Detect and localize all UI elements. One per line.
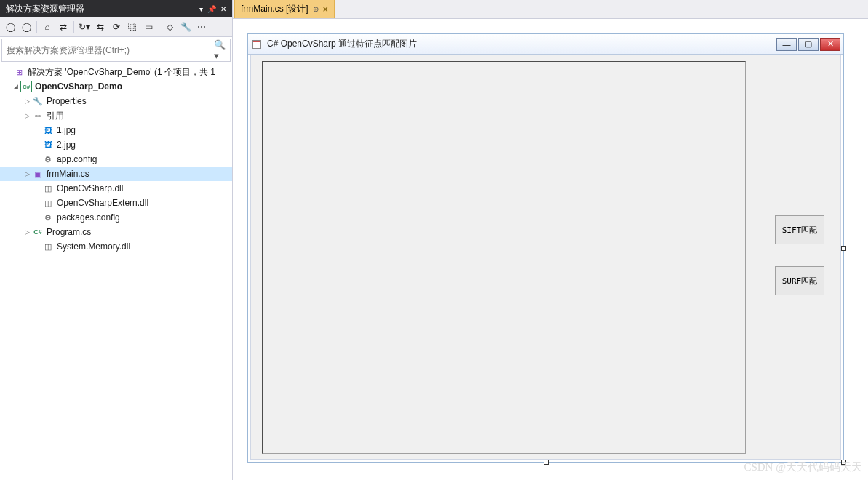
resize-handle-bottom[interactable] [544, 460, 549, 465]
search-input[interactable] [2, 39, 214, 61]
solution-tree[interactable]: ▷ ⊞ 解决方案 'OpenCvSharp_Demo' (1 个项目，共 1 ◢… [0, 63, 232, 480]
references-icon: ▫▫ [32, 110, 44, 121]
refresh-button[interactable]: ↻▾ [77, 20, 92, 34]
tree-file-node[interactable]: ▷ ⚙ packages.config [0, 210, 232, 225]
form-titlebar: C# OpenCvSharp 通过特征点匹配图片 — ▢ ✕ [248, 34, 843, 55]
copy-button[interactable]: ⿻ [125, 20, 140, 34]
tab-label: frmMain.cs [设计] [241, 3, 308, 15]
expand-arrow-icon[interactable]: ▷ [22, 170, 32, 177]
image-icon: 🖼 [42, 139, 54, 151]
solution-toolbar: ◯ ◯ ⌂ ⇄ ↻▾ ⇆ ⟳ ⿻ ▭ ◇ 🔧 ⋯ [0, 17, 232, 37]
tree-project-node[interactable]: ◢ C# OpenCvSharp_Demo [0, 79, 232, 94]
collapse-button[interactable]: ⇆ [93, 20, 108, 34]
tree-label: frmMain.cs [47, 169, 89, 179]
tree-label: 1.jpg [57, 125, 76, 135]
home-button[interactable]: ⌂ [40, 20, 55, 34]
solution-icon: ⊞ [13, 66, 25, 78]
editor-area: frmMain.cs [设计] ⊕ × C# OpenCvSharp 通过特征点… [233, 0, 868, 480]
csharp-file-icon: C# [32, 226, 44, 238]
expand-arrow-icon[interactable]: ◢ [10, 83, 20, 90]
tree-label: 2.jpg [57, 140, 76, 150]
maximize-button[interactable]: ▢ [798, 38, 819, 51]
properties-button[interactable]: ▭ [141, 20, 156, 34]
tree-properties-node[interactable]: ▷ 🔧 Properties [0, 94, 232, 108]
dll-icon: ◫ [42, 197, 54, 209]
tree-file-node[interactable]: ▷ ⚙ app.config [0, 152, 232, 167]
form-client-area: SIFT匹配 SURF匹配 [250, 55, 841, 460]
sync-button[interactable]: ⇄ [56, 20, 71, 34]
sift-match-button[interactable]: SIFT匹配 [775, 215, 824, 244]
form-title-text: C# OpenCvSharp 通过特征点匹配图片 [267, 38, 776, 50]
tree-frmmain-node[interactable]: ▷ ▣ frmMain.cs [0, 167, 232, 181]
resize-handle-corner[interactable] [841, 460, 846, 465]
tree-label: app.config [57, 154, 97, 164]
resize-handle-right[interactable] [841, 246, 846, 251]
document-tab[interactable]: frmMain.cs [设计] ⊕ × [234, 0, 335, 18]
tree-label: OpenCvSharp_Demo [35, 81, 122, 92]
tree-file-node[interactable]: ▷ 🖼 1.jpg [0, 123, 232, 137]
wrench-button[interactable]: 🔧 [178, 20, 193, 34]
dll-icon: ◫ [42, 241, 54, 252]
tree-label: OpenCvSharp.dll [57, 183, 123, 193]
dll-icon: ◫ [42, 183, 54, 194]
picture-box[interactable] [262, 61, 746, 454]
more-button[interactable]: ⋯ [194, 20, 209, 34]
tree-references-node[interactable]: ▷ ▫▫ 引用 [0, 108, 232, 123]
config-icon: ⚙ [42, 153, 54, 165]
csharp-project-icon: C# [20, 81, 32, 92]
tree-label: Program.cs [47, 227, 91, 237]
form-app-icon [251, 39, 263, 50]
tree-program-node[interactable]: ▷ C# Program.cs [0, 225, 232, 239]
show-all-button[interactable]: ⟳ [109, 20, 124, 34]
document-tab-strip: frmMain.cs [设计] ⊕ × [233, 0, 868, 19]
minimize-button[interactable]: — [776, 38, 797, 51]
image-icon: 🖼 [42, 124, 54, 136]
close-icon[interactable]: ✕ [220, 5, 226, 13]
search-box: 🔍▾ [1, 39, 231, 62]
dropdown-icon[interactable]: ▾ [199, 5, 203, 13]
config-icon: ⚙ [42, 212, 54, 223]
form-icon: ▣ [32, 168, 44, 180]
tree-label: packages.config [57, 212, 120, 223]
winforms-designer-window[interactable]: C# OpenCvSharp 通过特征点匹配图片 — ▢ ✕ SIFT匹配 SU… [247, 33, 844, 463]
panel-titlebar: 解决方案资源管理器 ▾ 📌 ✕ [0, 0, 232, 17]
search-button[interactable]: 🔍▾ [214, 39, 230, 61]
pin-icon[interactable]: 📌 [207, 5, 216, 13]
expand-arrow-icon[interactable]: ▷ [22, 112, 32, 119]
forward-button[interactable]: ◯ [19, 20, 33, 34]
solution-explorer-panel: 解决方案资源管理器 ▾ 📌 ✕ ◯ ◯ ⌂ ⇄ ↻▾ ⇆ ⟳ ⿻ ▭ ◇ 🔧 ⋯ [0, 0, 233, 480]
expand-arrow-icon[interactable]: ▷ [22, 97, 32, 105]
tree-label: 解决方案 'OpenCvSharp_Demo' (1 个项目，共 1 [28, 66, 215, 79]
tree-file-node[interactable]: ▷ ◫ OpenCvSharp.dll [0, 181, 232, 196]
surf-match-button[interactable]: SURF匹配 [775, 266, 824, 295]
wrench-icon: 🔧 [32, 95, 44, 107]
tree-label: 引用 [47, 110, 64, 122]
panel-title-text: 解决方案资源管理器 [6, 3, 84, 15]
tree-file-node[interactable]: ▷ 🖼 2.jpg [0, 137, 232, 152]
pin-icon[interactable]: ⊕ [313, 5, 319, 13]
tree-file-node[interactable]: ▷ ◫ OpenCvSharpExtern.dll [0, 196, 232, 210]
design-surface[interactable]: C# OpenCvSharp 通过特征点匹配图片 — ▢ ✕ SIFT匹配 SU… [233, 19, 868, 480]
expand-arrow-icon[interactable]: ▷ [22, 228, 32, 236]
tree-label: OpenCvSharpExtern.dll [57, 198, 148, 208]
back-button[interactable]: ◯ [3, 20, 17, 34]
close-button[interactable]: ✕ [820, 38, 840, 51]
tree-file-node[interactable]: ▷ ◫ System.Memory.dll [0, 239, 232, 254]
preview-button[interactable]: ◇ [162, 20, 177, 34]
tree-label: Properties [47, 96, 87, 106]
tree-label: System.Memory.dll [57, 241, 130, 252]
tree-solution-node[interactable]: ▷ ⊞ 解决方案 'OpenCvSharp_Demo' (1 个项目，共 1 [0, 65, 232, 79]
close-icon[interactable]: × [323, 4, 328, 15]
